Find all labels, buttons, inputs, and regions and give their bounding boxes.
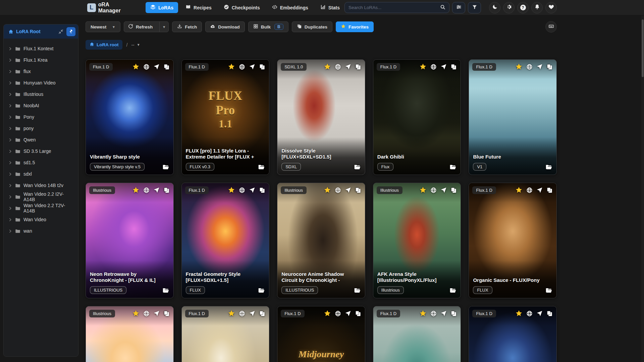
globe-icon[interactable] <box>239 64 245 70</box>
globe-icon[interactable] <box>430 310 437 317</box>
send-icon[interactable] <box>440 310 447 317</box>
favorite-star-icon[interactable] <box>515 186 523 194</box>
chevron-right-icon[interactable] <box>8 127 12 130</box>
sidebar-folder-item[interactable]: SD 3.5 Large <box>4 145 78 157</box>
lora-card[interactable]: Flux.1 D <box>181 306 270 362</box>
lora-card[interactable]: Flux.1 D <box>469 306 557 362</box>
favorite-star-icon[interactable] <box>132 310 140 317</box>
favorite-star-icon[interactable] <box>324 186 331 194</box>
sidebar-folder-item[interactable]: Wan Video <box>4 214 78 225</box>
open-folder-icon[interactable] <box>545 287 552 294</box>
fetch-button[interactable]: Fetch <box>172 21 202 32</box>
nav-tab-checkpoints[interactable]: Checkpoints <box>219 2 265 13</box>
sidebar-folder-item[interactable]: sdxl <box>4 168 78 180</box>
bulk-button[interactable]: Bulk B <box>248 21 288 32</box>
favorite-star-icon[interactable] <box>228 63 235 70</box>
app-logo[interactable]: L oRA Manager <box>87 2 133 14</box>
globe-icon[interactable] <box>430 64 437 70</box>
search-icon[interactable] <box>440 4 445 11</box>
favorite-star-icon[interactable] <box>515 310 523 317</box>
lora-card[interactable]: Flux.1 D Vibrantly Sharp style Vibrantly… <box>86 59 174 175</box>
globe-icon[interactable] <box>143 187 150 193</box>
lora-card[interactable]: Illustrious Neon Retrowave by ChronoKnig… <box>86 183 174 298</box>
refresh-button[interactable]: Refresh <box>124 22 157 32</box>
chevron-right-icon[interactable] <box>8 115 12 119</box>
chevron-right-icon[interactable] <box>8 47 12 51</box>
breadcrumb-root[interactable]: LoRA root <box>86 40 122 50</box>
send-icon[interactable] <box>536 187 543 193</box>
favorite-star-icon[interactable] <box>419 186 427 194</box>
sidebar-folder-item[interactable]: Wan Video 14B t2v <box>4 180 78 191</box>
collapse-tree-icon[interactable] <box>58 29 63 34</box>
copy-icon[interactable] <box>259 64 265 70</box>
theme-toggle-button[interactable] <box>489 2 500 13</box>
send-icon[interactable] <box>345 310 351 317</box>
sidebar-folder-item[interactable]: flux <box>4 66 78 77</box>
filter-button[interactable] <box>468 2 481 13</box>
chevron-right-icon[interactable] <box>8 184 12 187</box>
copy-icon[interactable] <box>450 310 457 317</box>
send-icon[interactable] <box>249 310 255 317</box>
chevron-right-icon[interactable] <box>8 81 12 85</box>
globe-icon[interactable] <box>335 64 341 70</box>
chevron-right-icon[interactable] <box>8 70 12 73</box>
copy-icon[interactable] <box>259 187 265 193</box>
globe-icon[interactable] <box>143 310 150 317</box>
send-icon[interactable] <box>345 187 351 193</box>
lora-card[interactable]: SDXL 1.0 Dissolve Style [FLUX+SDXL+SD1.5… <box>277 59 365 175</box>
sidebar-folder-item[interactable]: Wan Video 2.2 I2V-A14B <box>4 191 78 202</box>
sidebar-folder-item[interactable]: Flux.1 Kontext <box>4 43 78 54</box>
open-folder-icon[interactable] <box>354 287 361 294</box>
copy-icon[interactable] <box>163 64 170 70</box>
breadcrumb-current-dropdown[interactable]: -- ▼ <box>131 42 140 48</box>
globe-icon[interactable] <box>239 187 245 193</box>
lora-card[interactable]: Flux.1 D Fractal Geometry Style [FLUX+SD… <box>181 183 270 298</box>
nav-tab-embeddings[interactable]: Embeddings <box>267 2 313 13</box>
send-icon[interactable] <box>345 64 351 70</box>
open-folder-icon[interactable] <box>162 164 169 171</box>
chevron-right-icon[interactable] <box>8 218 12 222</box>
open-folder-icon[interactable] <box>449 287 457 294</box>
favorite-star-icon[interactable] <box>324 310 331 317</box>
support-button[interactable] <box>545 2 557 13</box>
sidebar-folder-item[interactable]: Hunyuan Video <box>4 77 78 88</box>
chevron-right-icon[interactable] <box>8 195 12 199</box>
send-icon[interactable] <box>536 64 543 70</box>
globe-icon[interactable] <box>526 310 533 317</box>
globe-icon[interactable] <box>335 310 341 317</box>
refresh-menu-button[interactable]: ▼ <box>159 22 168 32</box>
search-input[interactable] <box>348 5 440 10</box>
copy-icon[interactable] <box>450 187 457 193</box>
globe-icon[interactable] <box>239 310 245 317</box>
scrollbar-thumb[interactable] <box>642 19 644 77</box>
chevron-right-icon[interactable] <box>8 229 12 233</box>
download-button[interactable]: Download <box>205 21 245 32</box>
copy-icon[interactable] <box>163 187 170 193</box>
lora-card[interactable]: Illustrious <box>86 306 174 362</box>
send-icon[interactable] <box>153 187 160 193</box>
sidebar-folder-item[interactable]: Flux.1 Krea <box>4 54 78 66</box>
copy-icon[interactable] <box>163 310 170 317</box>
lora-card[interactable]: Flux.1 D Organic Sauce - FLUX/Pony FLUX <box>469 183 557 298</box>
send-icon[interactable] <box>249 64 255 70</box>
lora-card[interactable]: MidjourneymeetsFLUX Flux.1 D <box>277 306 365 362</box>
nav-tab-loras[interactable]: LoRAs <box>146 2 178 13</box>
send-icon[interactable] <box>153 310 160 317</box>
nav-tab-recipes[interactable]: Recipes <box>181 2 216 13</box>
copy-icon[interactable] <box>355 64 361 70</box>
favorite-star-icon[interactable] <box>419 310 427 317</box>
send-icon[interactable] <box>249 187 255 193</box>
sidebar-folder-item[interactable]: NoobAI <box>4 100 78 111</box>
lora-card[interactable]: Flux.1 D Blue Future V1 <box>469 59 557 175</box>
send-icon[interactable] <box>536 310 543 317</box>
copy-icon[interactable] <box>546 187 553 193</box>
copy-icon[interactable] <box>546 64 553 70</box>
chevron-right-icon[interactable] <box>8 58 12 62</box>
copy-icon[interactable] <box>546 310 553 317</box>
sidebar-root-label[interactable]: LoRA Root <box>16 29 41 34</box>
open-folder-icon[interactable] <box>258 164 265 171</box>
sidebar-folder-item[interactable]: Qwen <box>4 134 78 145</box>
sidebar-folder-item[interactable]: wan <box>4 225 78 237</box>
favorites-filter-button[interactable]: Favorites <box>336 21 374 32</box>
send-icon[interactable] <box>440 64 447 70</box>
